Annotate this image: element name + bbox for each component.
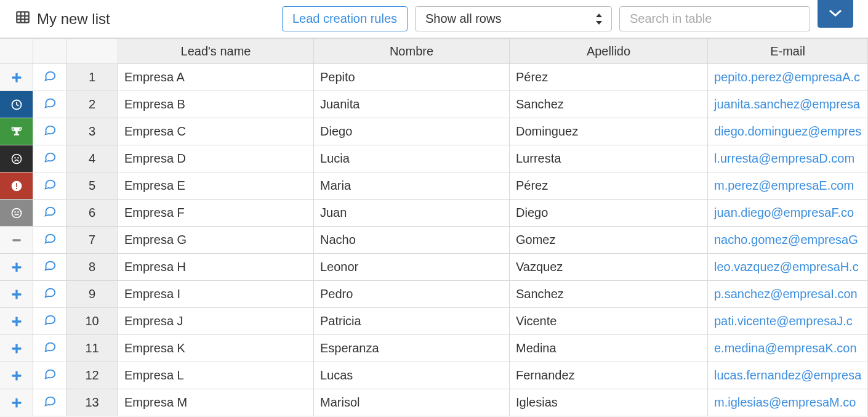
cell-apellido[interactable]: Fernandez xyxy=(510,362,708,389)
row-number[interactable]: 5 xyxy=(66,172,118,200)
status-cell[interactable] xyxy=(0,389,33,416)
cell-nombre[interactable]: Leonor xyxy=(314,254,510,281)
cell-email[interactable]: nacho.gomez@empresaG xyxy=(708,227,868,254)
cell-lead[interactable]: Empresa A xyxy=(118,64,314,91)
cell-lead[interactable]: Empresa D xyxy=(118,145,314,172)
row-number[interactable]: 4 xyxy=(66,145,118,172)
cell-email[interactable]: m.iglesias@empresaM.co xyxy=(708,389,868,416)
row-number[interactable]: 3 xyxy=(66,118,118,145)
cell-email[interactable]: juanita.sanchez@empresa xyxy=(708,91,868,118)
comment-button[interactable] xyxy=(33,64,66,91)
cell-nombre[interactable]: Patricia xyxy=(314,308,510,335)
cell-apellido[interactable]: Vicente xyxy=(510,308,708,335)
comment-button[interactable] xyxy=(33,118,66,145)
cell-lead[interactable]: Empresa M xyxy=(118,389,314,416)
cell-nombre[interactable]: Pedro xyxy=(314,281,510,308)
row-number[interactable]: 13 xyxy=(66,389,118,416)
comment-button[interactable] xyxy=(33,254,66,281)
row-filter-select[interactable]: Show all rows xyxy=(415,6,612,31)
row-number[interactable]: 7 xyxy=(66,227,118,254)
cell-lead[interactable]: Empresa B xyxy=(118,91,314,118)
cell-email[interactable]: diego.dominguez@empres xyxy=(708,118,868,145)
row-number[interactable]: 12 xyxy=(66,362,118,389)
row-number[interactable]: 10 xyxy=(66,308,118,335)
cell-email[interactable]: p.sanchez@empresaI.con xyxy=(708,281,868,308)
lead-creation-rules-button[interactable]: Lead creation rules xyxy=(282,6,408,31)
cell-nombre[interactable]: Esperanza xyxy=(314,335,510,362)
cell-email[interactable]: lucas.fernandez@empresa xyxy=(708,362,868,389)
cell-lead[interactable]: Empresa H xyxy=(118,254,314,281)
row-number[interactable]: 1 xyxy=(66,64,118,91)
cell-email[interactable]: l.urresta@empresaD.com xyxy=(708,145,868,172)
comment-button[interactable] xyxy=(33,172,66,200)
row-number[interactable]: 9 xyxy=(66,281,118,308)
comment-button[interactable] xyxy=(33,389,66,416)
cell-lead[interactable]: Empresa E xyxy=(118,172,314,200)
comment-button[interactable] xyxy=(33,362,66,389)
cell-lead[interactable]: Empresa J xyxy=(118,308,314,335)
status-cell[interactable] xyxy=(0,335,33,362)
search-input[interactable] xyxy=(619,6,810,31)
cell-apellido[interactable]: Pérez xyxy=(510,172,708,200)
comment-button[interactable] xyxy=(33,308,66,335)
comment-button[interactable] xyxy=(33,281,66,308)
status-cell[interactable] xyxy=(0,254,33,281)
header-apellido[interactable]: Apellido xyxy=(510,38,708,64)
cell-nombre[interactable]: Juan xyxy=(314,200,510,227)
status-cell[interactable] xyxy=(0,227,33,254)
row-number[interactable]: 6 xyxy=(66,200,118,227)
cell-lead[interactable]: Empresa K xyxy=(118,335,314,362)
cell-lead[interactable]: Empresa C xyxy=(118,118,314,145)
cell-email[interactable]: juan.diego@empresaF.co xyxy=(708,200,868,227)
cell-apellido[interactable]: Lurresta xyxy=(510,145,708,172)
row-number[interactable]: 2 xyxy=(66,91,118,118)
comment-button[interactable] xyxy=(33,335,66,362)
cell-apellido[interactable]: Diego xyxy=(510,200,708,227)
cell-lead[interactable]: Empresa G xyxy=(118,227,314,254)
cell-apellido[interactable]: Iglesias xyxy=(510,389,708,416)
cell-nombre[interactable]: Maria xyxy=(314,172,510,200)
cell-apellido[interactable]: Medina xyxy=(510,335,708,362)
status-cell[interactable] xyxy=(0,200,33,227)
cell-email[interactable]: m.perez@empresaE.com xyxy=(708,172,868,200)
speech-bubble-icon xyxy=(43,123,57,140)
cell-lead[interactable]: Empresa F xyxy=(118,200,314,227)
status-cell[interactable] xyxy=(0,64,33,91)
row-number[interactable]: 11 xyxy=(66,335,118,362)
cell-apellido[interactable]: Pérez xyxy=(510,64,708,91)
cell-apellido[interactable]: Gomez xyxy=(510,227,708,254)
cell-nombre[interactable]: Lucas xyxy=(314,362,510,389)
status-cell[interactable] xyxy=(0,145,33,172)
cell-nombre[interactable]: Juanita xyxy=(314,91,510,118)
status-cell[interactable] xyxy=(0,308,33,335)
status-cell[interactable] xyxy=(0,281,33,308)
header-email[interactable]: E-mail xyxy=(708,38,868,64)
cell-apellido[interactable]: Dominguez xyxy=(510,118,708,145)
cell-apellido[interactable]: Vazquez xyxy=(510,254,708,281)
cell-email[interactable]: pati.vicente@empresaJ.c xyxy=(708,308,868,335)
cell-apellido[interactable]: Sanchez xyxy=(510,281,708,308)
status-cell[interactable] xyxy=(0,172,33,200)
actions-dropdown-button[interactable] xyxy=(818,0,853,28)
cell-nombre[interactable]: Diego xyxy=(314,118,510,145)
header-nombre[interactable]: Nombre xyxy=(314,38,510,64)
cell-lead[interactable]: Empresa I xyxy=(118,281,314,308)
header-lead[interactable]: Lead's name xyxy=(118,38,314,64)
comment-button[interactable] xyxy=(33,145,66,172)
status-cell[interactable] xyxy=(0,118,33,145)
comment-button[interactable] xyxy=(33,227,66,254)
cell-nombre[interactable]: Pepito xyxy=(314,64,510,91)
cell-email[interactable]: leo.vazquez@empresaH.c xyxy=(708,254,868,281)
cell-nombre[interactable]: Lucia xyxy=(314,145,510,172)
cell-nombre[interactable]: Nacho xyxy=(314,227,510,254)
cell-email[interactable]: pepito.perez@empresaA.c xyxy=(708,64,868,91)
comment-button[interactable] xyxy=(33,91,66,118)
status-cell[interactable] xyxy=(0,91,33,118)
cell-lead[interactable]: Empresa L xyxy=(118,362,314,389)
cell-apellido[interactable]: Sanchez xyxy=(510,91,708,118)
comment-button[interactable] xyxy=(33,200,66,227)
cell-nombre[interactable]: Marisol xyxy=(314,389,510,416)
status-cell[interactable] xyxy=(0,362,33,389)
cell-email[interactable]: e.medina@empresaK.con xyxy=(708,335,868,362)
row-number[interactable]: 8 xyxy=(66,254,118,281)
